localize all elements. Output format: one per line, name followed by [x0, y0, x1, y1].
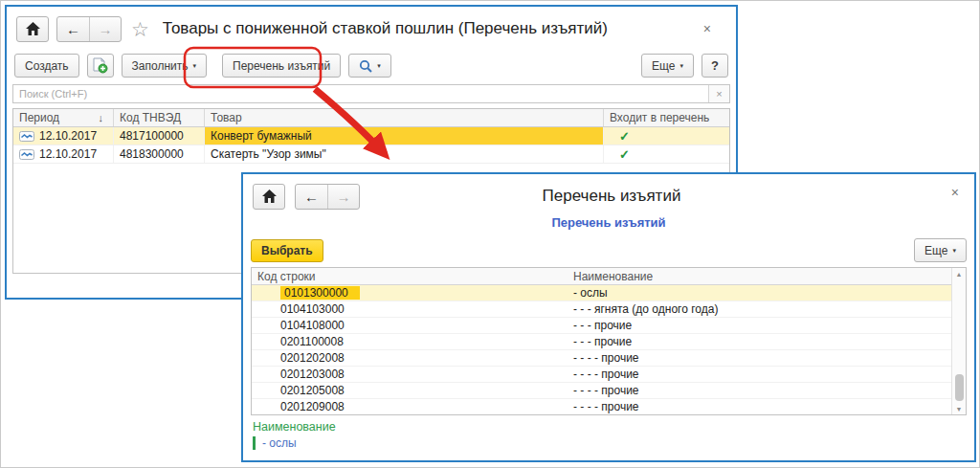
name-cell: - - - прочие: [568, 319, 950, 332]
rowcode-cell-active: 0101300000: [252, 286, 568, 300]
list-item[interactable]: 0201205008 - - - - прочие: [252, 383, 966, 399]
list-item[interactable]: 0104103000 - - - ягнята (до одного года): [252, 301, 966, 318]
select-button-label: Выбрать: [261, 244, 313, 257]
help-icon: ?: [711, 58, 719, 73]
column-header-tnved[interactable]: Код ТНВЭД: [114, 109, 205, 126]
name-cell: - - - - прочие: [568, 400, 950, 413]
footer-green-bar: [253, 436, 256, 450]
tnved-cell: 4817100000: [114, 127, 205, 145]
register-record-icon: [19, 131, 34, 142]
name-value: - - - - прочие: [573, 400, 639, 413]
name-cell: - - - ягнята (до одного года): [568, 302, 950, 316]
window2-toolbar: Выбрать Еще▾: [243, 238, 974, 262]
rowcode-cell: 0104108000: [252, 319, 568, 332]
forward-button[interactable]: →: [89, 17, 121, 41]
scroll-up-icon[interactable]: ▲: [956, 268, 963, 279]
exemptions-table-body: 0101300000 - ослы 0104103000 - - - ягнят…: [252, 285, 966, 415]
column-header-included[interactable]: Входит в перечень: [604, 109, 729, 126]
tnved-value: 4818300000: [120, 147, 184, 161]
column-header-period[interactable]: Период↓: [13, 109, 114, 126]
name-value: - - - - прочие: [573, 351, 639, 365]
rowcode-value: 0201209008: [280, 400, 345, 413]
product-value: Скатерть "Узор зимы": [211, 147, 326, 161]
back-button[interactable]: ←: [57, 17, 89, 41]
home-button[interactable]: [16, 16, 49, 42]
period-value: 12.10.2017: [39, 129, 97, 143]
column-header-name[interactable]: Наименование: [568, 268, 950, 284]
back-button[interactable]: ←: [296, 185, 327, 209]
more-button[interactable]: Еще▾: [914, 238, 967, 262]
list-item[interactable]: 0201202008 - - - - прочие: [252, 350, 966, 367]
footer-field-value: - ослы: [262, 436, 297, 450]
column-header-label: Код ТНВЭД: [120, 111, 181, 124]
help-button[interactable]: ?: [702, 54, 728, 78]
create-button-label: Создать: [25, 59, 69, 73]
home-button[interactable]: [253, 184, 285, 210]
favorite-star-icon[interactable]: ☆: [131, 19, 149, 39]
rowcode-value: 0201100008: [280, 335, 344, 348]
name-cell: - - - - прочие: [568, 368, 950, 381]
exemptions-table-header: Код строки Наименование: [252, 268, 966, 285]
window2-close-icon[interactable]: ×: [951, 186, 959, 199]
rowcode-cell: 0201202008: [252, 351, 568, 365]
history-nav: ← →: [56, 16, 122, 42]
search-menu-button[interactable]: ▾: [348, 54, 391, 78]
window1-title: Товары с пониженной ставкой пошлин (Пере…: [163, 19, 608, 38]
name-value: - - - прочие: [573, 335, 632, 348]
list-item[interactable]: 0201203008 - - - - прочие: [252, 367, 966, 383]
more-button[interactable]: Еще▾: [641, 54, 694, 78]
name-value: - - - - прочие: [573, 384, 639, 397]
column-header-label: Период: [19, 111, 59, 124]
fill-button[interactable]: Заполнить▾: [122, 54, 207, 78]
name-value: - - - прочие: [573, 319, 632, 332]
included-cell: ✓: [604, 127, 729, 145]
list-item[interactable]: 0201209008 - - - - прочие: [252, 399, 966, 415]
column-header-rowcode[interactable]: Код строки: [252, 268, 568, 284]
rowcode-value: 0201203008: [280, 368, 345, 381]
name-value: - ослы: [573, 286, 608, 300]
name-value: - - - - прочие: [573, 368, 639, 381]
rowcode-cell: 0201209008: [252, 400, 568, 413]
tnved-value: 4817100000: [120, 129, 184, 143]
tnved-cell: 4818300000: [114, 145, 205, 163]
chevron-down-icon: ▾: [679, 62, 683, 70]
name-cell: - - - - прочие: [568, 384, 950, 397]
window1-close-icon[interactable]: ×: [703, 22, 711, 35]
window2-title: Перечень изъятий: [373, 187, 850, 206]
search-clear-icon[interactable]: ×: [708, 85, 729, 102]
scrollbar-thumb[interactable]: [955, 374, 964, 401]
forward-icon: →: [99, 22, 113, 36]
home-icon: [262, 189, 277, 203]
table-row[interactable]: 12.10.2017 4817100000 Конверт бумажный ✓: [13, 127, 729, 145]
column-header-product[interactable]: Товар: [205, 109, 604, 126]
column-header-label: Товар: [211, 111, 242, 124]
column-header-label: Входит в перечень: [610, 111, 709, 124]
vertical-scrollbar[interactable]: ▲ ▼: [951, 268, 966, 414]
list-item[interactable]: 0101300000 - ослы: [252, 285, 966, 301]
name-cell: - - - - прочие: [568, 351, 950, 365]
register-record-icon: [19, 149, 34, 160]
check-icon: ✓: [610, 129, 630, 144]
product-cell-active: Конверт бумажный: [205, 127, 604, 145]
name-cell: - - - прочие: [568, 335, 950, 348]
history-nav: ← →: [295, 184, 360, 210]
table-row[interactable]: 12.10.2017 4818300000 Скатерть "Узор зим…: [13, 145, 729, 164]
select-button[interactable]: Выбрать: [251, 239, 323, 262]
forward-button[interactable]: →: [327, 185, 359, 209]
scroll-down-icon[interactable]: ▼: [956, 403, 963, 414]
chevron-down-icon: ▾: [193, 62, 197, 70]
search-input[interactable]: [13, 85, 708, 102]
name-value: - - - ягнята (до одного года): [573, 302, 718, 316]
list-item[interactable]: 0201100008 - - - прочие: [252, 334, 966, 350]
goods-table-header: Период↓ Код ТНВЭД Товар Входит в перечен…: [13, 109, 729, 127]
create-by-copy-button[interactable]: [87, 54, 114, 78]
name-cell: - ослы: [568, 286, 950, 300]
goods-table-body: 12.10.2017 4817100000 Конверт бумажный ✓…: [13, 127, 729, 164]
exemptions-list-button[interactable]: Перечень изъятий: [222, 54, 341, 78]
fill-button-label: Заполнить: [132, 59, 189, 73]
chevron-down-icon: ▾: [377, 62, 381, 70]
create-button[interactable]: Создать: [14, 54, 79, 78]
window-exemptions-list: ← → Перечень изъятий × Перечень изъятий …: [241, 172, 976, 462]
list-item[interactable]: 0104108000 - - - прочие: [252, 318, 966, 334]
rowcode-cell: 0201100008: [252, 335, 568, 348]
